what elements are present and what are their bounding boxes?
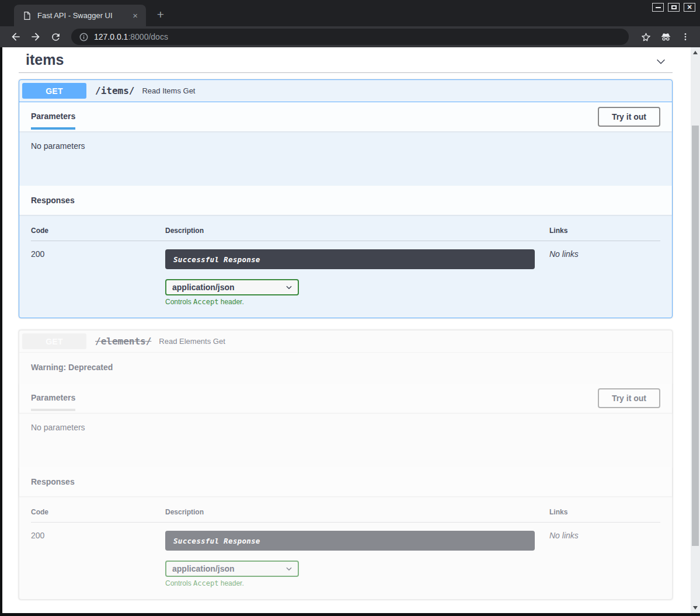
endpoint-path: /items/ xyxy=(95,85,134,96)
try-it-out-button[interactable]: Try it out xyxy=(598,388,660,408)
media-type-select[interactable]: application/json xyxy=(165,561,299,577)
parameters-header: Parameters Try it out xyxy=(19,384,672,413)
parameters-label: Parameters xyxy=(31,112,75,130)
scrollbar-down-button[interactable] xyxy=(691,604,700,612)
try-it-out-button[interactable]: Try it out xyxy=(598,107,660,127)
description-column-header: Description xyxy=(165,508,549,516)
page-favicon-icon xyxy=(22,11,32,20)
window-maximize-button[interactable] xyxy=(668,3,680,12)
incognito-icon xyxy=(660,31,672,43)
links-column-header: Links xyxy=(549,508,660,516)
browser-tab[interactable]: Fast API - Swagger UI × xyxy=(14,5,146,26)
accept-note-code: Accept xyxy=(193,298,218,306)
scrollbar-up-button[interactable] xyxy=(691,48,700,57)
maximize-icon xyxy=(671,5,677,9)
browser-menu-button[interactable] xyxy=(677,28,694,46)
three-dots-icon xyxy=(681,32,690,41)
parameters-label: Parameters xyxy=(31,393,75,411)
no-links-text: No links xyxy=(549,249,579,259)
minimize-icon xyxy=(656,7,661,8)
method-badge: GET xyxy=(22,83,86,99)
response-row: 200 Successful Response application/json… xyxy=(31,249,660,306)
accept-header-note: Controls Accept header. xyxy=(165,579,549,587)
back-button[interactable] xyxy=(7,28,25,46)
window-controls: ✕ xyxy=(652,3,695,12)
triangle-down-icon xyxy=(693,606,698,610)
response-description-text: Successful Response xyxy=(173,255,260,264)
responses-header: Responses xyxy=(19,186,672,215)
browser-toolbar: 127.0.0.1:8000/docs xyxy=(0,26,700,47)
endpoint-summary-text: Read Items Get xyxy=(142,86,195,95)
new-tab-button[interactable]: + xyxy=(153,7,168,22)
page-content: items GET /items/ Read Items Get Paramet… xyxy=(0,47,700,616)
tag-title: items xyxy=(26,51,64,68)
response-description-cell: Successful Response application/json Con… xyxy=(165,531,549,587)
tab-close-icon[interactable]: × xyxy=(130,11,140,20)
no-parameters-text: No parameters xyxy=(31,423,85,432)
url-text: 127.0.0.1:8000/docs xyxy=(94,32,168,42)
parameters-body: No parameters xyxy=(19,131,672,186)
back-arrow-icon xyxy=(10,31,22,43)
response-row: 200 Successful Response application/json… xyxy=(31,531,660,587)
accept-note-prefix: Controls xyxy=(165,579,193,587)
endpoint-get-items: GET /items/ Read Items Get Parameters Tr… xyxy=(19,79,673,318)
swagger-ui: items GET /items/ Read Items Get Paramet… xyxy=(2,47,696,600)
browser-titlebar: Fast API - Swagger UI × + ✕ xyxy=(0,0,700,26)
endpoint-get-elements-deprecated: GET /elements/ Read Elements Get Warning… xyxy=(19,330,673,600)
window-close-button[interactable]: ✕ xyxy=(684,3,695,12)
parameters-tab[interactable]: Parameters xyxy=(31,393,75,404)
accept-note-suffix: header. xyxy=(218,579,243,587)
endpoint-path: /elements/ xyxy=(95,336,151,347)
responses-label: Responses xyxy=(31,477,75,486)
star-icon xyxy=(640,32,652,43)
tab-title: Fast API - Swagger UI xyxy=(37,11,130,20)
url-bar[interactable]: 127.0.0.1:8000/docs xyxy=(71,29,629,45)
accept-note-prefix: Controls xyxy=(165,298,193,306)
forward-button[interactable] xyxy=(27,28,44,46)
window-minimize-button[interactable] xyxy=(652,3,664,12)
responses-table-header: Code Description Links xyxy=(31,227,660,241)
links-column-header: Links xyxy=(549,227,660,235)
browser-window: Fast API - Swagger UI × + ✕ 127.0.0.1:80… xyxy=(0,0,700,616)
chevron-down-icon[interactable] xyxy=(654,55,668,70)
close-icon: ✕ xyxy=(687,4,692,11)
parameters-body: No parameters xyxy=(19,413,672,467)
reload-icon xyxy=(50,32,61,43)
bookmark-button[interactable] xyxy=(637,28,654,46)
forward-arrow-icon xyxy=(30,31,41,43)
response-links-cell: No links xyxy=(549,249,660,306)
response-links-cell: No links xyxy=(549,531,660,587)
responses-label: Responses xyxy=(31,196,75,205)
scrollbar-thumb[interactable] xyxy=(692,126,699,546)
code-column-header: Code xyxy=(31,508,165,516)
media-type-select-wrap: application/json xyxy=(165,561,299,577)
endpoint-summary[interactable]: GET /elements/ Read Elements Get xyxy=(19,330,672,353)
method-badge: GET xyxy=(22,333,86,349)
response-description-cell: Successful Response application/json Con… xyxy=(165,249,549,306)
tag-divider xyxy=(19,72,673,73)
responses-table-header: Code Description Links xyxy=(31,508,660,523)
endpoint-summary[interactable]: GET /items/ Read Items Get xyxy=(19,80,672,102)
code-column-header: Code xyxy=(31,227,165,235)
response-description-block: Successful Response xyxy=(165,531,535,551)
response-description-text: Successful Response xyxy=(173,537,260,545)
no-links-text: No links xyxy=(549,531,579,540)
incognito-indicator xyxy=(657,28,674,46)
reload-button[interactable] xyxy=(47,28,64,46)
vertical-scrollbar[interactable] xyxy=(691,47,700,613)
media-type-select[interactable]: application/json xyxy=(165,279,299,295)
parameters-tab[interactable]: Parameters xyxy=(31,112,75,123)
parameters-header: Parameters Try it out xyxy=(19,102,672,131)
responses-header: Responses xyxy=(19,467,672,496)
accept-note-code: Accept xyxy=(193,579,218,587)
responses-table: Code Description Links 200 Successful Re… xyxy=(19,215,672,318)
triangle-up-icon xyxy=(693,51,698,54)
response-code: 200 xyxy=(31,531,165,587)
accept-header-note: Controls Accept header. xyxy=(165,298,549,306)
response-description-block: Successful Response xyxy=(165,249,535,269)
description-column-header: Description xyxy=(165,227,549,235)
tag-section-header[interactable]: items xyxy=(19,51,673,68)
url-host: 127.0.0.1 xyxy=(94,32,128,41)
accept-note-suffix: header. xyxy=(218,298,243,306)
no-parameters-text: No parameters xyxy=(31,141,85,151)
